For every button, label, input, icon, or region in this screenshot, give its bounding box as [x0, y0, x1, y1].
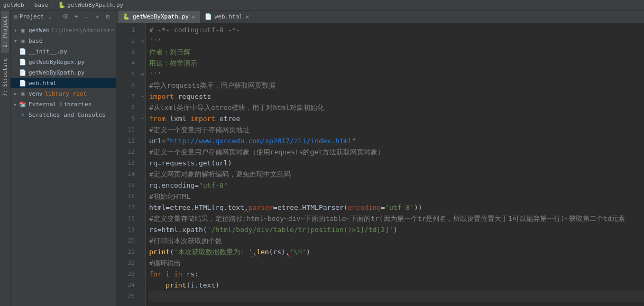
project-panel-header: ▤ Project ⌄ ⦿ ÷ — ✶ ⊟ — [11, 11, 116, 23]
line-number-gutter[interactable]: 1 2 3 4 5 6 7 8 9 10 11 12 13 14 15 16 1… — [116, 23, 140, 306]
code-editor[interactable]: # -*- coding:utf-8 -*- ''' 作者：刘日辉 用途：教学演… — [146, 23, 644, 306]
editor-body: 1 2 3 4 5 6 7 8 9 10 11 12 13 14 15 16 1… — [116, 23, 644, 306]
tree-node-html[interactable]: 📄 web.html — [11, 78, 116, 88]
chevron-right-icon[interactable]: ▸ — [14, 101, 19, 108]
tab-label: web.html — [215, 13, 243, 20]
tool-window-bar: 1: Project 7: Structure — [0, 11, 11, 306]
breadcrumb-separator: 〉 — [50, 1, 56, 9]
html-icon: 📄 — [19, 80, 26, 87]
editor-tab-xpath[interactable]: 🐍 getWebByXpath.py × — [118, 11, 200, 23]
tree-label: base — [29, 38, 43, 44]
tree-hint: library root — [45, 90, 87, 97]
view-mode-icon[interactable]: ⌄ — [45, 12, 54, 22]
python-icon: 🐍 — [123, 13, 130, 20]
chevron-down-icon[interactable]: ▾ — [14, 38, 19, 44]
folder-icon: ▣ — [19, 27, 26, 34]
close-icon[interactable]: × — [191, 13, 196, 21]
tree-label: getWebByRegex.py — [29, 59, 85, 66]
tree-label: External Libraries — [29, 101, 91, 108]
tree-label: getWebByXpath.py — [29, 69, 85, 76]
breadcrumb-separator: 〉 — [26, 1, 32, 9]
python-icon: 📄 — [19, 59, 26, 66]
folder-icon: ▣ — [19, 38, 26, 44]
scratch-icon: ✎ — [19, 112, 26, 118]
python-icon: 📄 — [19, 48, 26, 55]
breadcrumb: getWeb 〉 base 〉 🐍 getWebByXpath.py — [0, 0, 644, 11]
tree-node-init[interactable]: 📄 __init__.py — [11, 46, 116, 57]
editor-area: 🐍 getWebByXpath.py × 📄 web.html × 1 2 3 … — [116, 11, 644, 306]
tree-label: getWeb — [29, 27, 50, 34]
editor-tab-html[interactable]: 📄 web.html × — [200, 11, 254, 23]
fold-gutter[interactable]: ⊟ ⊟– – — [140, 23, 146, 306]
close-icon[interactable]: × — [245, 13, 250, 21]
panel-title[interactable]: Project — [20, 13, 44, 20]
folder-icon: ▣ — [19, 90, 26, 97]
project-tree[interactable]: ▾ ▣ getWeb C:\Users\Administr ▾ ▣ base 📄… — [11, 23, 116, 306]
tree-label: venv — [29, 90, 43, 97]
target-icon[interactable]: ⦿ — [61, 12, 70, 22]
project-toolwindow-tab[interactable]: 1: Project — [1, 11, 9, 53]
chevron-down-icon[interactable]: ▾ — [14, 27, 19, 34]
library-icon: 📚 — [19, 101, 26, 108]
structure-toolwindow-tab[interactable]: 7: Structure — [1, 53, 9, 101]
chevron-right-icon[interactable]: ▸ — [14, 90, 19, 97]
tree-node-external-libs[interactable]: ▸ 📚 External Libraries — [11, 99, 116, 109]
html-icon: 📄 — [205, 13, 212, 20]
minimize-icon[interactable]: — — [82, 12, 91, 22]
tree-label: web.html — [29, 80, 57, 87]
gear-icon[interactable]: ✶ — [93, 12, 102, 22]
project-panel: ▤ Project ⌄ ⦿ ÷ — ✶ ⊟ ▾ ▣ getWeb C:\User… — [11, 11, 116, 306]
tab-label: getWebByXpath.py — [133, 13, 189, 20]
editor-tabbar: 🐍 getWebByXpath.py × 📄 web.html × — [116, 11, 644, 23]
folder-icon: ▤ — [14, 13, 17, 20]
hide-icon[interactable]: ⊟ — [103, 12, 113, 22]
breadcrumb-mid[interactable]: base — [34, 2, 49, 8]
python-icon: 🐍 — [58, 2, 66, 8]
tree-hint: C:\Users\Administr — [51, 27, 114, 34]
tree-node-xpath[interactable]: 📄 getWebByXpath.py — [11, 67, 116, 78]
tree-node-venv[interactable]: ▸ ▣ venv library root — [11, 88, 116, 99]
tree-label: Scratches and Consoles — [29, 112, 106, 118]
tree-node-regex[interactable]: 📄 getWebByRegex.py — [11, 57, 116, 67]
tree-node-root[interactable]: ▾ ▣ getWeb C:\Users\Administr — [11, 25, 116, 35]
breadcrumb-leaf[interactable]: getWebByXpath.py — [67, 2, 123, 8]
tree-label: __init__.py — [29, 48, 67, 55]
divide-icon[interactable]: ÷ — [71, 12, 81, 22]
tree-node-base[interactable]: ▾ ▣ base — [11, 35, 116, 46]
breadcrumb-root[interactable]: getWeb — [3, 2, 24, 8]
tree-node-scratches[interactable]: ✎ Scratches and Consoles — [11, 109, 116, 120]
python-icon: 📄 — [19, 69, 26, 76]
